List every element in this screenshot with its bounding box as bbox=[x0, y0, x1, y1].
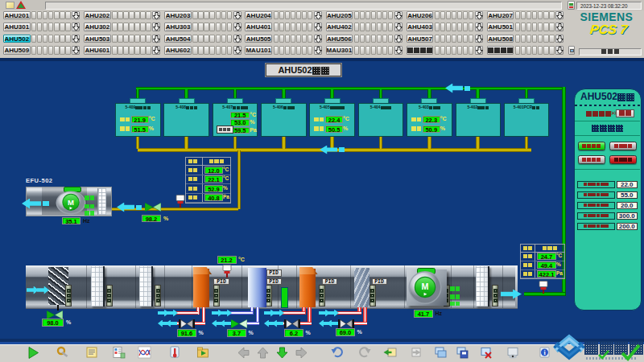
svg-text:M: M bbox=[422, 282, 429, 291]
svg-text:M: M bbox=[68, 197, 74, 206]
